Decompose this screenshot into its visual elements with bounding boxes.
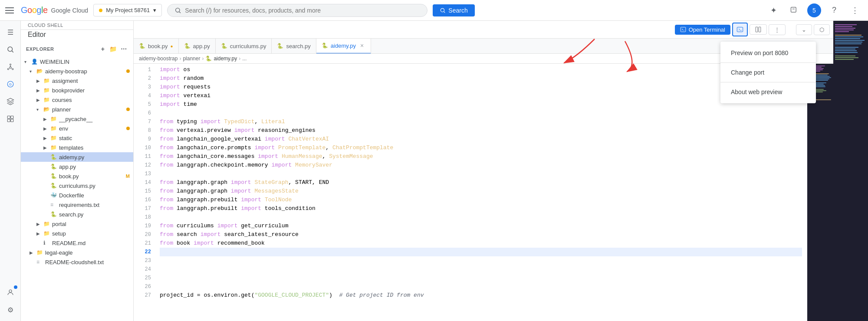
project-selector-button[interactable]: My Project 58761 ▾ bbox=[93, 4, 162, 16]
google-cloud-logo[interactable]: Google Google Cloud bbox=[21, 5, 88, 15]
code-line-2: import random bbox=[160, 74, 802, 83]
breadcrumb-symbol[interactable]: ... bbox=[242, 56, 247, 62]
tab-search-py[interactable]: 🐍 search.py bbox=[272, 39, 316, 54]
file-label: aidemy.py bbox=[59, 154, 130, 160]
activity-git[interactable] bbox=[3, 59, 18, 75]
file-dockerfile[interactable]: 🐳 Dockerfile bbox=[21, 190, 133, 200]
svg-point-17 bbox=[9, 290, 12, 292]
web-preview-button[interactable] bbox=[732, 23, 748, 36]
line-num: 4 bbox=[137, 92, 151, 100]
dropdown-divider bbox=[720, 62, 816, 63]
more-actions-button[interactable]: ⋮ bbox=[769, 24, 786, 35]
folder-icon: 📁 bbox=[43, 230, 50, 236]
folder-env[interactable]: ▶ 📁 env bbox=[21, 124, 133, 133]
folder-icon: 📁 bbox=[50, 125, 57, 131]
chevron-icon: ▶ bbox=[43, 117, 50, 121]
folder-static[interactable]: ▶ 📁 static bbox=[21, 133, 133, 143]
python-file-icon: 🐍 bbox=[139, 43, 145, 49]
folder-templates[interactable]: ▶ 📁 templates bbox=[21, 143, 133, 152]
folder-assigment[interactable]: ▶ 📁 assigment bbox=[21, 76, 133, 85]
split-editor-button[interactable] bbox=[750, 24, 767, 35]
folder-weimeilin[interactable]: ▾ 👤 WEIMEILIN bbox=[21, 57, 133, 66]
file-book-py[interactable]: 🐍 book.py M bbox=[21, 171, 133, 181]
folder-aidemy-boostrap[interactable]: ▾ 📂 aidemy-boostrap bbox=[21, 66, 133, 76]
chevron-icon: ▶ bbox=[36, 222, 43, 226]
file-requirements-txt[interactable]: ≡ requirements.txt bbox=[21, 200, 133, 210]
chevron-icon: ▶ bbox=[36, 79, 43, 83]
collapse-icon[interactable]: ⋯ bbox=[119, 45, 128, 53]
logo-text: Google bbox=[21, 5, 48, 15]
chevron-icon: ▶ bbox=[36, 98, 43, 102]
file-app-py[interactable]: 🐍 app.py bbox=[21, 162, 133, 171]
activity-account[interactable] bbox=[3, 285, 18, 300]
search-btn-label: Search bbox=[448, 7, 467, 14]
python-icon: 🐍 bbox=[50, 154, 57, 160]
tab-aidemy-py[interactable]: 🐍 aidemy.py × bbox=[316, 39, 371, 54]
file-tree: ▾ 👤 WEIMEILIN ▾ 📂 aidemy-boostrap ▶ 📁 as… bbox=[21, 57, 133, 321]
code-line-1: import os bbox=[160, 66, 802, 74]
minimize-button[interactable]: ⌄ bbox=[796, 24, 812, 35]
code-line-18 bbox=[160, 213, 802, 222]
tab-app-py[interactable]: 🐍 app.py bbox=[179, 39, 216, 54]
gemini-icon[interactable]: ✦ bbox=[766, 3, 781, 18]
svg-rect-16 bbox=[10, 119, 13, 122]
activity-cloud[interactable]: G bbox=[3, 76, 18, 92]
change-port-item[interactable]: Change port bbox=[720, 65, 816, 80]
explorer-actions: + 📁 ⋯ bbox=[99, 45, 128, 53]
folder-legal-eagle[interactable]: ▶ 📁 legal-eagle bbox=[21, 248, 133, 257]
preview-port-8080-item[interactable]: Preview on port 8080 bbox=[720, 45, 816, 61]
breadcrumb-subfolder[interactable]: planner bbox=[183, 56, 200, 62]
code-line-16: from langgraph.prebuilt import ToolNode bbox=[160, 196, 802, 204]
new-file-icon[interactable]: + bbox=[99, 45, 107, 53]
new-folder-icon[interactable]: 📁 bbox=[109, 45, 118, 53]
about-web-preview-item[interactable]: About web preview bbox=[720, 84, 816, 100]
maximize-button[interactable]: ⬡ bbox=[814, 24, 830, 35]
line-num: 17 bbox=[137, 204, 151, 213]
project-dropdown-icon: ▾ bbox=[153, 7, 156, 13]
file-search-py[interactable]: 🐍 search.py bbox=[21, 210, 133, 219]
svg-point-0 bbox=[176, 8, 180, 12]
folder-setup[interactable]: ▶ 📁 setup bbox=[21, 229, 133, 238]
open-terminal-button[interactable]: Open Terminal bbox=[675, 25, 730, 35]
user-avatar[interactable]: 5 bbox=[807, 3, 821, 17]
file-readme-cloudshell[interactable]: ≡ README-cloudshell.txt bbox=[21, 257, 133, 267]
folder-courses[interactable]: ▶ 📁 courses bbox=[21, 95, 133, 105]
activity-explorer[interactable]: ☰ bbox=[3, 24, 18, 40]
search-icon bbox=[174, 7, 181, 14]
file-aidemy-py[interactable]: 🐍 aidemy.py bbox=[21, 152, 133, 162]
folder-label: setup bbox=[52, 230, 130, 237]
settings-icon[interactable]: ⋮ bbox=[847, 3, 863, 18]
code-content[interactable]: import os import random import requests … bbox=[155, 64, 807, 321]
search-input[interactable] bbox=[185, 7, 420, 14]
tab-curriculums-py[interactable]: 🐍 curriculums.py bbox=[216, 39, 272, 54]
file-readme-md[interactable]: ℹ README.md bbox=[21, 238, 133, 248]
minimap-preview bbox=[833, 21, 868, 62]
activity-debug[interactable] bbox=[3, 94, 18, 109]
activity-extensions[interactable] bbox=[3, 111, 18, 127]
hamburger-menu-button[interactable] bbox=[5, 5, 16, 16]
folder-planner[interactable]: ▾ 📂 planner bbox=[21, 105, 133, 114]
svg-point-9 bbox=[7, 69, 9, 70]
svg-line-7 bbox=[12, 51, 13, 52]
line-num: 9 bbox=[137, 135, 151, 144]
activity-search[interactable] bbox=[3, 42, 18, 57]
breadcrumb-separator: › bbox=[202, 56, 204, 62]
file-label: README.md bbox=[52, 240, 130, 246]
notifications-icon[interactable] bbox=[786, 3, 802, 18]
file-curriculums-py[interactable]: 🐍 curriculums.py bbox=[21, 181, 133, 190]
svg-line-3 bbox=[444, 11, 445, 13]
tab-close-button[interactable]: × bbox=[358, 42, 365, 49]
folder-portal[interactable]: ▶ 📁 portal bbox=[21, 219, 133, 229]
breadcrumb-filename[interactable]: aidemy.py bbox=[214, 56, 237, 62]
preview-port-label: Preview on port 8080 bbox=[731, 49, 788, 56]
tab-book-py[interactable]: 🐍 book.py ● bbox=[134, 39, 179, 54]
search-button[interactable]: Search bbox=[433, 4, 474, 16]
project-dot bbox=[99, 9, 102, 12]
code-line-17: from langgraph.prebuilt import tools_con… bbox=[160, 204, 802, 213]
breadcrumb-folder[interactable]: aidemy-boostrap bbox=[139, 56, 178, 62]
help-icon[interactable]: ? bbox=[826, 3, 842, 18]
folder-bookprovider[interactable]: ▶ 📁 bookprovider bbox=[21, 85, 133, 95]
activity-settings[interactable]: ⚙ bbox=[3, 302, 18, 318]
folder-pycache[interactable]: ▶ 📁 __pycache__ bbox=[21, 114, 133, 124]
text-icon: ≡ bbox=[36, 259, 43, 265]
